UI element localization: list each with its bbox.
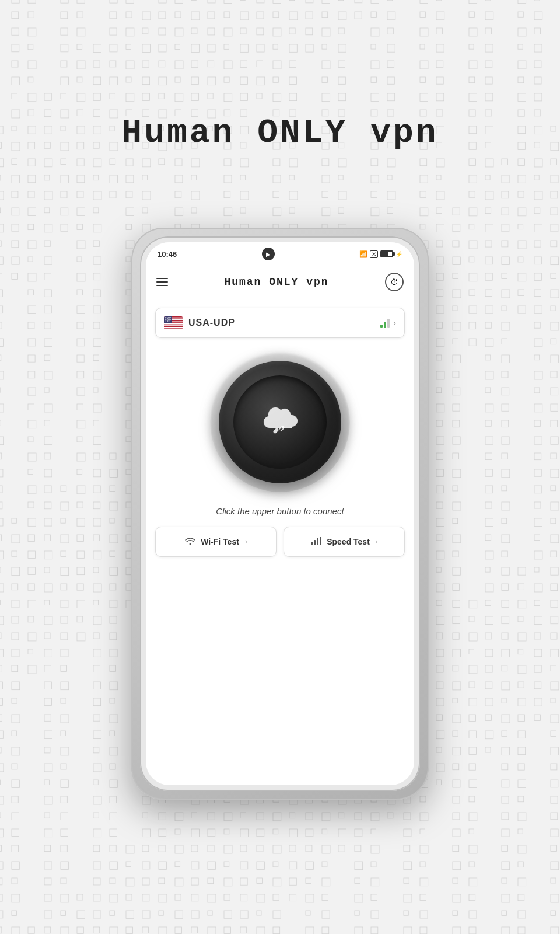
signal-bar-1: [380, 325, 383, 328]
hamburger-line-3: [156, 285, 168, 286]
svg-text:★: ★: [169, 320, 171, 322]
page-title: Human ONLY vpn: [0, 114, 560, 152]
connect-button-wrapper: [210, 352, 350, 492]
app-header-title: Human ONLY vpn: [224, 276, 328, 288]
wifi-test-label: Wi-Fi Test: [201, 537, 239, 546]
status-bar: 10:46 ▶ 📶 ✕ ⚡: [146, 242, 414, 266]
wifi-status-icon: 📶: [359, 250, 368, 258]
status-center: ▶: [262, 248, 275, 260]
svg-rect-31: [311, 542, 313, 545]
server-left: ★★★★★ ★★★★ ★★★★★ ★★★★ USA-UDP: [164, 316, 235, 329]
phone-inner: 10:46 ▶ 📶 ✕ ⚡: [140, 236, 420, 791]
cloud-icon-svg: [260, 406, 300, 438]
speedometer-button[interactable]: ⏱: [385, 273, 404, 291]
usa-flag: ★★★★★ ★★★★ ★★★★★ ★★★★: [164, 316, 183, 329]
connect-btn-inner: [233, 375, 327, 469]
hamburger-line-1: [156, 278, 168, 279]
sim-icon: ✕: [370, 250, 378, 258]
svg-rect-5: [164, 325, 183, 326]
cloud-vpn-icon: [260, 406, 300, 438]
server-chevron-icon: ›: [393, 318, 396, 327]
speed-test-button[interactable]: Speed Test ›: [284, 527, 405, 557]
status-time: 10:46: [158, 250, 177, 259]
speedometer-icon: ⏱: [390, 277, 398, 287]
status-icons: 📶 ✕ ⚡: [359, 250, 402, 258]
wifi-test-icon: [184, 536, 196, 548]
svg-rect-34: [320, 537, 321, 545]
svg-rect-4: [164, 323, 183, 325]
server-right: ›: [380, 318, 396, 328]
battery-icon: [380, 250, 393, 257]
phone-mockup: 10:46 ▶ 📶 ✕ ⚡: [131, 228, 429, 800]
svg-rect-32: [314, 540, 316, 545]
app-content: ★★★★★ ★★★★ ★★★★★ ★★★★ USA-UDP: [146, 298, 414, 785]
app-header: Human ONLY vpn ⏱: [146, 266, 414, 298]
battery-fill: [382, 252, 388, 256]
svg-rect-6: [164, 327, 183, 329]
instruction-text: Click the upper button to connect: [216, 506, 344, 516]
svg-rect-26: [272, 427, 279, 434]
signal-bar-3: [387, 319, 390, 328]
wifi-test-button[interactable]: Wi-Fi Test ›: [155, 527, 276, 557]
wifi-test-arrow-icon: ›: [245, 538, 247, 546]
phone-screen: 10:46 ▶ 📶 ✕ ⚡: [146, 242, 414, 785]
speed-test-icon: [310, 536, 322, 548]
camera-notch: ▶: [262, 248, 275, 260]
connect-button[interactable]: [219, 361, 341, 483]
charging-icon: ⚡: [396, 251, 402, 257]
bottom-buttons: Wi-Fi Test › Sp: [155, 527, 405, 557]
server-selector[interactable]: ★★★★★ ★★★★ ★★★★★ ★★★★ USA-UDP: [155, 308, 405, 338]
hamburger-menu-button[interactable]: [156, 278, 168, 286]
server-name: USA-UDP: [188, 318, 235, 328]
signal-bars: [380, 318, 390, 328]
speed-test-arrow-icon: ›: [376, 538, 378, 546]
svg-rect-33: [317, 538, 318, 545]
hamburger-line-2: [156, 281, 168, 283]
camera-dot: ▶: [266, 251, 271, 257]
signal-bar-2: [384, 322, 386, 328]
speed-test-label: Speed Test: [327, 537, 370, 546]
